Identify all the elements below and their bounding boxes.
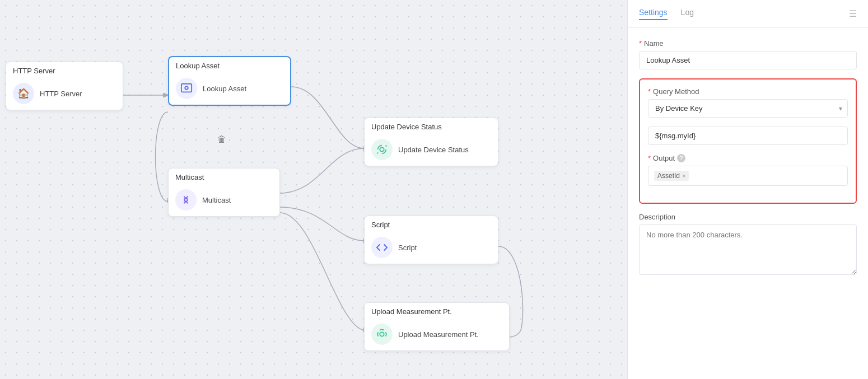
name-field-group: * Name	[639, 39, 857, 69]
lookup-asset-title: Lookup Asset	[169, 57, 290, 73]
query-method-select-wrapper: By Device Key By Asset Name By Asset ID …	[648, 99, 848, 118]
svg-point-8	[184, 198, 188, 202]
lookup-asset-icon	[176, 78, 197, 99]
update-device-title: Update Device Status	[365, 118, 498, 134]
update-device-label: Update Device Status	[398, 146, 469, 154]
delete-icon[interactable]: 🗑	[217, 134, 226, 144]
upload-measurement-label: Upload Measurement Pt.	[398, 330, 479, 339]
output-field-group: * Output ? AssetId ×	[648, 154, 848, 186]
lookup-asset-label: Lookup Asset	[203, 85, 246, 93]
upload-measurement-title: Upload Measurement Pt.	[365, 303, 509, 319]
multicast-label: Multicast	[202, 196, 231, 204]
description-textarea[interactable]	[639, 224, 857, 275]
right-panel: Settings Log ☰ * Name * Query Method	[627, 0, 868, 379]
output-tag: AssetId ×	[654, 171, 689, 181]
description-label: Description	[639, 213, 857, 221]
query-method-field-group: * Query Method By Device Key By Asset Na…	[648, 87, 848, 118]
upload-measurement-node[interactable]: Upload Measurement Pt. Upload Measuremen…	[364, 302, 510, 351]
output-tag-close[interactable]: ×	[682, 172, 685, 179]
name-required-star: *	[639, 39, 642, 48]
output-tag-input[interactable]: AssetId ×	[648, 166, 848, 186]
tab-log[interactable]: Log	[681, 8, 694, 20]
svg-line-12	[186, 202, 188, 204]
panel-content: * Name * Query Method By Device Key By A…	[628, 28, 868, 379]
update-device-node[interactable]: Update Device Status Update Device Statu…	[364, 118, 498, 166]
script-title: Script	[365, 216, 498, 232]
multicast-node[interactable]: Multicast Multicast	[168, 168, 280, 217]
script-label: Script	[398, 244, 417, 252]
panel-header: Settings Log ☰	[628, 0, 868, 28]
query-method-section: * Query Method By Device Key By Asset Na…	[639, 78, 857, 204]
update-device-icon	[371, 139, 393, 160]
script-icon	[371, 237, 393, 258]
lookup-asset-node[interactable]: Lookup Asset Lookup Asset	[168, 56, 291, 106]
output-help-icon[interactable]: ?	[677, 154, 685, 162]
svg-point-16	[380, 332, 384, 336]
query-method-label: * Query Method	[648, 87, 848, 96]
connections-svg	[0, 0, 627, 379]
http-server-label: HTTP Server	[40, 90, 82, 98]
name-input[interactable]	[639, 51, 857, 69]
query-method-required-star: *	[648, 87, 651, 96]
upload-measurement-icon	[371, 324, 393, 345]
panel-tabs: Settings Log	[639, 8, 694, 20]
http-server-icon: 🏠	[13, 83, 34, 104]
script-node[interactable]: Script Script	[364, 216, 498, 264]
svg-point-13	[380, 147, 384, 151]
output-required-star: *	[648, 154, 651, 162]
query-method-input[interactable]	[648, 127, 848, 145]
panel-menu-icon[interactable]: ☰	[849, 8, 857, 19]
svg-point-6	[185, 86, 188, 90]
svg-line-10	[186, 196, 188, 199]
canvas-area: HTTP Server 🏠 HTTP Server Lookup Asset L…	[0, 0, 627, 379]
tab-settings[interactable]: Settings	[639, 8, 668, 20]
description-field-group: Description	[639, 213, 857, 277]
multicast-icon	[175, 189, 197, 210]
multicast-title: Multicast	[169, 169, 279, 185]
name-label: * Name	[639, 39, 857, 48]
svg-rect-5	[181, 84, 192, 92]
output-label: * Output ?	[648, 154, 848, 162]
http-server-title: HTTP Server	[6, 62, 123, 78]
http-server-node[interactable]: HTTP Server 🏠 HTTP Server	[6, 62, 123, 110]
query-method-input-group	[648, 127, 848, 145]
query-method-select[interactable]: By Device Key By Asset Name By Asset ID	[648, 99, 848, 118]
